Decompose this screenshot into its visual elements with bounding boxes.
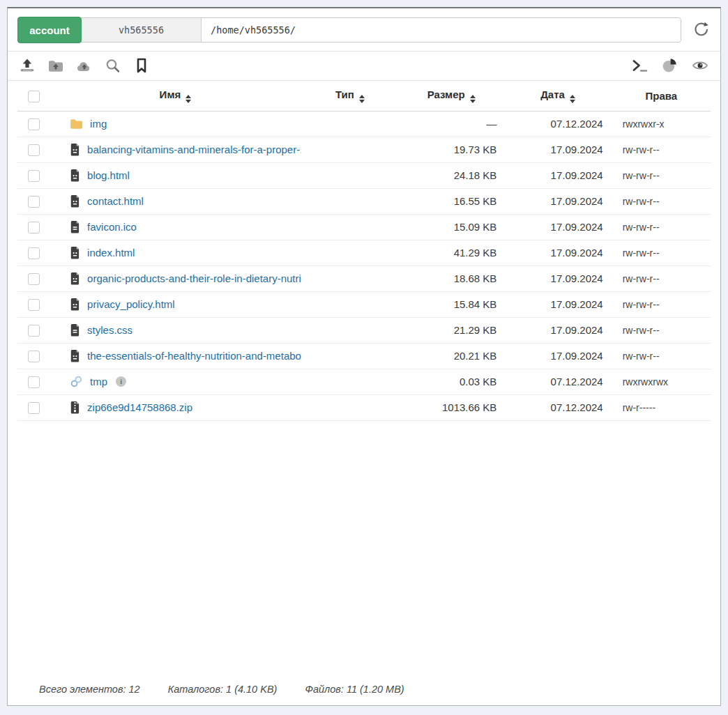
type-cell	[301, 291, 399, 317]
file-link[interactable]: favicon.ico	[87, 221, 137, 233]
file-link[interactable]: the-essentials-of-healthy-nutrition-and-…	[87, 350, 301, 362]
terminal-icon	[632, 58, 649, 73]
cloud-upload-button[interactable]	[75, 57, 93, 74]
table-row: img — 07.12.2024 rwxrwxr-x	[17, 111, 711, 137]
file-link[interactable]: index.html	[87, 247, 135, 259]
select-all-checkbox[interactable]	[28, 91, 40, 102]
size-cell: 19.73 KB	[399, 137, 503, 162]
symlink-icon	[70, 375, 83, 388]
address-group: account	[17, 17, 681, 43]
toolbar-right	[631, 57, 709, 74]
size-cell: 18.68 KB	[399, 266, 503, 291]
directories-label: Каталогов: 1 (4.10 KB)	[168, 684, 278, 695]
row-checkbox[interactable]	[28, 351, 40, 362]
row-checkbox[interactable]	[28, 299, 40, 311]
file-text-icon	[70, 220, 80, 233]
row-checkbox[interactable]	[28, 402, 40, 414]
file-table-wrap: Имя Тип Размер Дата Права img — 07.12.20…	[8, 81, 720, 421]
refresh-button[interactable]	[692, 21, 711, 39]
row-checkbox[interactable]	[28, 376, 40, 388]
date-cell: 17.09.2024	[503, 188, 612, 214]
file-code-icon	[70, 272, 80, 285]
row-checkbox[interactable]	[28, 144, 40, 156]
column-header-date[interactable]: Дата	[503, 81, 612, 111]
file-link[interactable]: blog.html	[87, 169, 130, 181]
account-button[interactable]: account	[17, 17, 82, 43]
upload-button[interactable]	[18, 57, 36, 74]
row-checkbox[interactable]	[28, 196, 40, 208]
size-cell: —	[399, 111, 503, 137]
table-row: tmpi 0.03 KB 07.12.2024 rwxrwxrwx	[17, 369, 711, 394]
total-items-label: Всего элементов: 12	[39, 684, 140, 695]
sort-icon	[570, 95, 575, 103]
info-icon[interactable]: i	[116, 376, 126, 387]
column-header-size[interactable]: Размер	[399, 81, 503, 111]
column-header-perms: Права	[612, 81, 711, 111]
type-cell	[301, 317, 399, 343]
date-cell: 17.09.2024	[503, 240, 612, 266]
row-checkbox[interactable]	[28, 273, 40, 285]
disk-usage-button[interactable]	[661, 57, 679, 74]
perms-cell: rw-rw-r--	[612, 240, 711, 266]
address-bar: account	[8, 8, 720, 51]
show-hidden-button[interactable]	[691, 57, 709, 74]
column-header-type[interactable]: Тип	[301, 81, 399, 111]
date-cell: 07.12.2024	[503, 369, 612, 394]
path-field[interactable]	[202, 18, 681, 42]
row-checkbox[interactable]	[28, 222, 40, 233]
table-row: zip66e9d14758868.zip 1013.66 KB 07.12.20…	[17, 394, 711, 420]
type-cell	[301, 188, 399, 214]
row-checkbox[interactable]	[28, 325, 40, 337]
table-row: the-essentials-of-healthy-nutrition-and-…	[17, 343, 711, 369]
perms-cell: rw-rw-r--	[612, 188, 711, 214]
upload-folder-button[interactable]	[47, 57, 65, 74]
row-checkbox[interactable]	[28, 118, 40, 130]
sort-icon	[185, 95, 191, 103]
table-row: blog.html 24.18 KB 17.09.2024 rw-rw-r--	[17, 162, 711, 188]
file-link[interactable]: tmp	[90, 376, 107, 387]
row-checkbox[interactable]	[28, 247, 40, 259]
file-code-icon	[70, 143, 80, 156]
terminal-button[interactable]	[631, 57, 649, 74]
table-row: organic-products-and-their-role-in-dieta…	[17, 266, 711, 291]
date-cell: 17.09.2024	[503, 214, 612, 240]
date-cell: 17.09.2024	[503, 291, 612, 317]
file-manager-panel: account	[7, 7, 721, 706]
file-link[interactable]: organic-products-and-their-role-in-dieta…	[87, 272, 301, 284]
file-table: Имя Тип Размер Дата Права img — 07.12.20…	[17, 81, 711, 421]
file-code-icon	[70, 349, 80, 362]
perms-cell: rw-rw-r--	[612, 266, 711, 291]
files-label: Файлов: 11 (1.20 MB)	[305, 684, 404, 695]
sort-icon	[470, 95, 476, 103]
file-link[interactable]: contact.html	[87, 195, 144, 207]
file-link[interactable]: balancing-vitamins-and-minerals-for-a-pr…	[87, 144, 301, 155]
bookmark-icon	[133, 58, 150, 73]
type-cell	[301, 214, 399, 240]
file-link[interactable]: privacy_policy.html	[87, 298, 175, 310]
perms-cell: rwxrwxr-x	[612, 111, 711, 137]
refresh-icon	[693, 22, 710, 37]
type-cell	[301, 394, 399, 420]
file-link[interactable]: styles.css	[87, 324, 132, 336]
search-button[interactable]	[104, 57, 122, 74]
column-header-name[interactable]: Имя	[50, 81, 301, 111]
type-cell	[301, 162, 399, 188]
status-bar: Всего элементов: 12 Каталогов: 1 (4.10 K…	[8, 684, 720, 705]
date-cell: 07.12.2024	[503, 111, 612, 137]
size-cell: 15.84 KB	[399, 291, 503, 317]
username-field[interactable]	[82, 18, 202, 42]
column-header-size-label: Размер	[427, 89, 465, 100]
bookmark-button[interactable]	[132, 57, 151, 74]
perms-cell: rwxrwxrwx	[612, 369, 711, 394]
file-link[interactable]: img	[90, 118, 107, 130]
perms-cell: rw-rw-r--	[612, 317, 711, 343]
perms-cell: rw-r-----	[612, 394, 711, 420]
file-link[interactable]: zip66e9d14758868.zip	[87, 401, 192, 413]
sort-icon	[359, 95, 365, 103]
row-checkbox[interactable]	[28, 170, 40, 182]
select-all-checkbox-cell[interactable]	[17, 81, 50, 111]
search-icon	[105, 58, 121, 73]
perms-cell: rw-rw-r--	[612, 214, 711, 240]
file-zip-icon	[70, 401, 80, 414]
table-header-row: Имя Тип Размер Дата Права	[17, 81, 711, 111]
